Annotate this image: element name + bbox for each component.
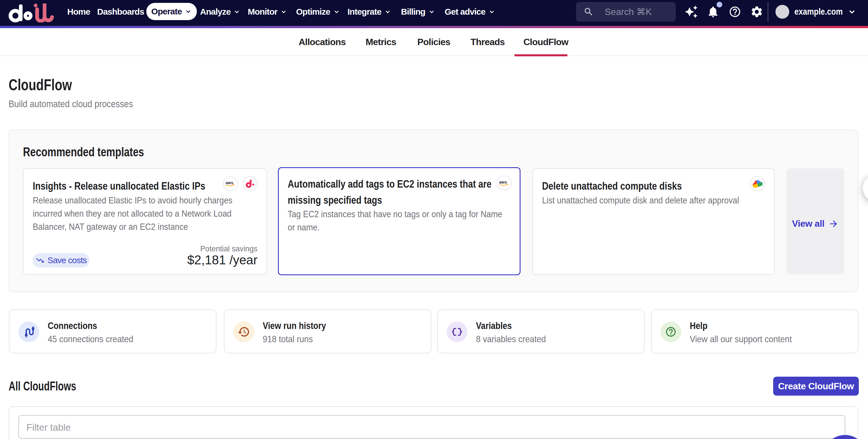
svg-text:aws: aws [499,180,507,184]
svg-text:aws: aws [226,181,234,185]
